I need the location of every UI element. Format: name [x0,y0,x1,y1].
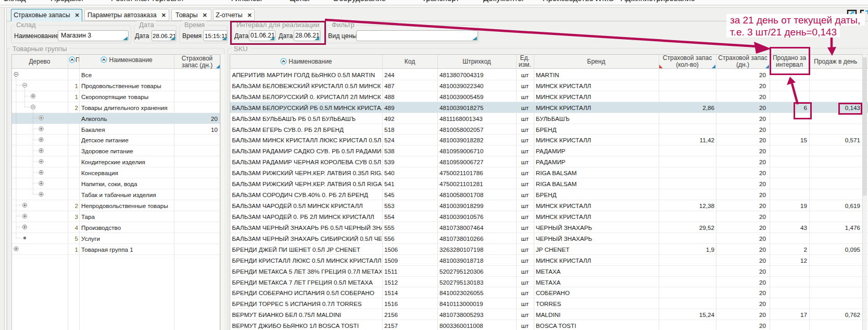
svg-text:т.е. 3 шт/21 день=0,143: т.е. 3 шт/21 день=0,143 [730,27,837,38]
svg-text:за 21 день от текущей даты,: за 21 день от текущей даты, [730,15,860,26]
